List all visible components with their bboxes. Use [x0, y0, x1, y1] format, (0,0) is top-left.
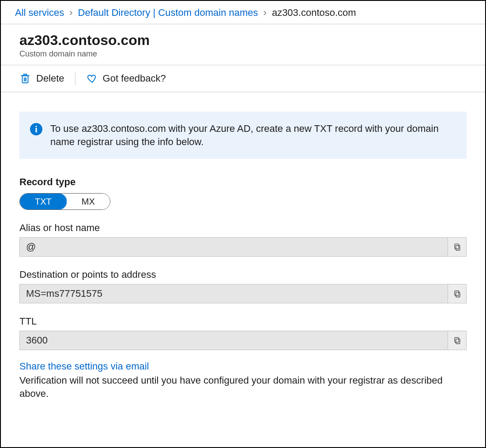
chevron-right-icon: › [264, 7, 267, 19]
delete-label: Delete [36, 73, 64, 84]
breadcrumb-all-services[interactable]: All services [15, 7, 64, 19]
heart-icon [86, 73, 98, 84]
copy-icon [453, 336, 462, 345]
verification-note: Verification will not succeed until you … [19, 374, 467, 400]
title-bar: az303.contoso.com Custom domain name [1, 24, 485, 65]
toolbar: Delete Got feedback? [1, 65, 485, 92]
info-banner: i To use az303.contoso.com with your Azu… [19, 112, 467, 159]
record-type-label: Record type [19, 176, 467, 188]
page-subtitle: Custom domain name [19, 49, 467, 59]
feedback-label: Got feedback? [103, 73, 166, 84]
trash-icon [19, 73, 31, 84]
copy-icon [453, 243, 462, 251]
alias-input[interactable] [20, 238, 448, 256]
copy-alias-button[interactable] [448, 238, 466, 256]
record-type-mx[interactable]: MX [67, 194, 110, 209]
breadcrumb-default-directory[interactable]: Default Directory | Custom domain names [78, 7, 258, 19]
feedback-button[interactable]: Got feedback? [86, 73, 166, 84]
alias-label: Alias or host name [19, 222, 467, 234]
svg-rect-2 [455, 244, 459, 249]
svg-rect-5 [456, 339, 460, 344]
record-type-toggle: TXT MX [19, 193, 110, 210]
breadcrumb: All services › Default Directory | Custo… [1, 1, 485, 24]
svg-rect-6 [455, 338, 459, 343]
ttl-input[interactable] [20, 331, 448, 350]
ttl-label: TTL [19, 316, 467, 327]
destination-field [19, 284, 467, 303]
record-type-txt[interactable]: TXT [19, 193, 67, 210]
info-icon: i [30, 123, 42, 135]
breadcrumb-current: az303.contoso.com [272, 7, 356, 19]
ttl-field [19, 331, 467, 350]
delete-button[interactable]: Delete [19, 73, 64, 84]
info-text: To use az303.contoso.com with your Azure… [50, 122, 456, 148]
page-title: az303.contoso.com [19, 32, 467, 49]
chevron-right-icon: › [69, 7, 72, 19]
share-email-link[interactable]: Share these settings via email [19, 361, 149, 372]
copy-icon [453, 289, 462, 298]
svg-rect-4 [455, 291, 459, 296]
copy-destination-button[interactable] [448, 284, 466, 303]
destination-label: Destination or points to address [19, 269, 467, 280]
svg-rect-3 [456, 292, 460, 297]
main-content: i To use az303.contoso.com with your Azu… [1, 92, 485, 400]
alias-field [19, 237, 467, 257]
destination-input[interactable] [20, 284, 448, 303]
copy-ttl-button[interactable] [448, 331, 466, 350]
svg-rect-1 [456, 246, 460, 250]
toolbar-separator [75, 71, 75, 86]
